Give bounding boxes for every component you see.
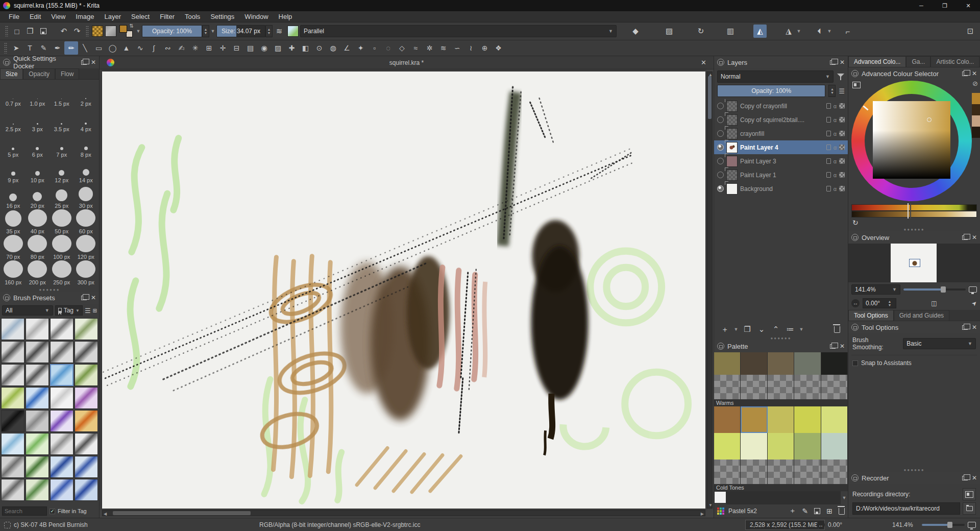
visibility-toggle[interactable] <box>717 144 724 151</box>
brush-size-option[interactable]: 14 px <box>74 158 99 184</box>
menu-select[interactable]: Select <box>127 12 154 21</box>
float-docker-icon[interactable] <box>962 325 968 330</box>
layer-opacity-spinner[interactable]: ▲▼ <box>828 85 836 97</box>
color-swatch[interactable] <box>741 433 767 460</box>
brush-preset-thumbnail[interactable] <box>50 433 74 455</box>
ellipse-select-tool[interactable]: ◌ <box>381 41 395 55</box>
duplicate-layer-button[interactable]: ❐ <box>741 323 754 335</box>
lock-icon[interactable] <box>826 186 831 191</box>
foreground-background-colors[interactable]: ⇅ <box>119 25 133 37</box>
alpha-lock-icon[interactable]: α <box>834 131 837 137</box>
dynamic-brush-tool[interactable]: ✍ <box>175 41 188 55</box>
layer-opacity-slider[interactable]: Opacity: 100% <box>717 85 825 97</box>
recent-color-swatch[interactable] <box>972 93 980 104</box>
mirror-horizontal-icon[interactable]: ◭ <box>753 25 767 38</box>
brush-preset-thumbnail[interactable] <box>75 387 98 409</box>
current-brush-preset-thumbnail[interactable] <box>287 26 299 37</box>
mirror-vertical-icon[interactable]: ◮ <box>782 25 795 38</box>
brush-preset-thumbnail[interactable] <box>1 433 24 455</box>
palette-view-button[interactable]: ⊞ <box>826 507 832 515</box>
color-swatch[interactable] <box>741 352 767 375</box>
brush-size-option[interactable]: 50 px <box>50 209 74 235</box>
canvas[interactable] <box>102 71 705 509</box>
empty-swatch[interactable] <box>741 460 767 484</box>
save-palette-button[interactable] <box>814 508 820 514</box>
brush-size-option[interactable]: 12 px <box>50 158 74 184</box>
close-docker-icon[interactable]: ✕ <box>840 343 845 350</box>
inherit-alpha-icon[interactable] <box>839 131 845 136</box>
flip-dropdown[interactable]: ▼ <box>826 29 833 34</box>
brush-size-option[interactable]: 1.0 px <box>26 82 50 107</box>
tab-tool-options[interactable]: Tool Options <box>848 310 894 321</box>
refresh-colors-icon[interactable]: ↻ <box>852 219 859 227</box>
close-docker-icon[interactable]: ✕ <box>972 234 977 241</box>
brush-preset-thumbnail[interactable] <box>26 456 49 478</box>
alpha-lock-icon[interactable]: α <box>834 186 837 192</box>
fit-to-screen-icon[interactable] <box>969 286 977 293</box>
brush-preset-thumbnail[interactable] <box>1 456 24 478</box>
brush-preset-status-icon[interactable] <box>4 522 11 528</box>
slider-handle[interactable] <box>908 203 911 219</box>
pan-tool[interactable]: ❖ <box>492 41 505 55</box>
float-docker-icon[interactable] <box>962 71 968 76</box>
empty-swatch[interactable] <box>821 375 848 399</box>
brush-preset-thumbnail[interactable] <box>50 410 74 432</box>
docker-lock-icon[interactable] <box>3 59 10 66</box>
brush-preset-thumbnail[interactable] <box>75 364 98 386</box>
presets-menu-icon[interactable]: ☰ <box>85 307 91 315</box>
polygon-tool[interactable]: ▲ <box>119 41 133 55</box>
docker-splitter[interactable]: ●●●●●● <box>848 228 980 231</box>
empty-swatch[interactable] <box>794 460 821 484</box>
layer-row[interactable]: Copy of crayonfillα <box>714 99 848 113</box>
brush-size-option[interactable]: 3.5 px <box>50 107 74 133</box>
close-docker-icon[interactable]: ✕ <box>972 474 977 481</box>
scroll-down-icon[interactable]: ▼ <box>708 503 713 508</box>
canvas-vertical-scrollbar[interactable]: ▲ ▼ <box>707 71 713 509</box>
color-swatch[interactable] <box>741 406 767 433</box>
canvas-rotation-icon[interactable]: ↔ <box>851 299 860 307</box>
brush-size-option[interactable]: 1.5 px <box>50 82 74 107</box>
brush-preset-thumbnail[interactable] <box>26 364 49 386</box>
brush-preset-thumbnail[interactable] <box>75 456 98 478</box>
float-docker-icon[interactable] <box>830 344 836 349</box>
docker-lock-icon[interactable] <box>3 294 10 301</box>
close-button[interactable]: ✕ <box>957 0 980 11</box>
brush-preset-thumbnail[interactable] <box>75 341 98 363</box>
canvas-horizontal-scrollbar[interactable]: ◀ ▶ <box>102 510 705 516</box>
empty-swatch[interactable] <box>794 375 821 399</box>
close-docker-icon[interactable]: ✕ <box>972 324 977 331</box>
smart-patch-tool[interactable]: ✚ <box>285 41 299 55</box>
layer-row[interactable]: Copy of squirrel2btail....α <box>714 113 848 127</box>
brush-preset-thumbnail[interactable] <box>26 318 49 340</box>
brush-size-option[interactable]: 200 px <box>26 260 50 286</box>
opacity-spinner[interactable]: ▲▼ <box>202 25 209 37</box>
brush-size-option[interactable]: 80 px <box>26 235 50 260</box>
filter-in-tag-checkbox[interactable]: ✓ <box>50 509 55 514</box>
close-docker-icon[interactable]: ✕ <box>91 59 96 66</box>
size-spinner[interactable]: ▲▼ <box>265 25 273 37</box>
brush-size-option[interactable]: 16 px <box>1 184 26 209</box>
move-layer-down-button[interactable]: ⌄ <box>755 323 768 335</box>
layer-options-menu-icon[interactable]: ☰ <box>839 87 845 95</box>
swap-colors-icon[interactable]: ⇅ <box>130 23 134 29</box>
inherit-alpha-icon[interactable] <box>839 144 845 150</box>
menu-view[interactable]: View <box>46 12 70 21</box>
brush-preset-thumbnail[interactable] <box>50 456 74 478</box>
alpha-lock-icon[interactable]: α <box>834 172 837 178</box>
gradient-tool[interactable]: ▤ <box>243 41 257 55</box>
transform-select-tool[interactable]: ➤ <box>9 41 23 55</box>
docker-lock-icon[interactable] <box>851 474 859 481</box>
float-docker-icon[interactable] <box>81 296 87 300</box>
brush-size-option[interactable]: 30 px <box>74 184 99 209</box>
docker-lock-icon[interactable] <box>717 343 724 350</box>
brush-preset-thumbnail[interactable] <box>26 479 49 501</box>
empty-swatch[interactable] <box>714 460 741 484</box>
menu-edit[interactable]: Edit <box>25 12 45 21</box>
zoom-status-slider[interactable] <box>922 524 965 526</box>
docker-splitter[interactable]: ●●●●●● <box>714 336 848 340</box>
contiguous-select-tool[interactable]: ✲ <box>423 41 436 55</box>
workspace-chooser-icon[interactable]: ⊡ <box>964 25 977 38</box>
alpha-lock-icon[interactable]: α <box>834 158 837 164</box>
brush-size-option[interactable]: 20 px <box>26 184 50 209</box>
text-tool[interactable]: T <box>23 41 37 55</box>
